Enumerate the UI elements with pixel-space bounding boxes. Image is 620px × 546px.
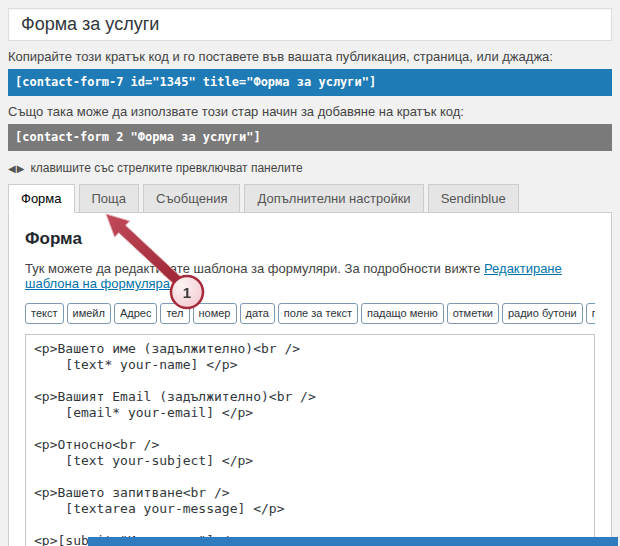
shortcode-text: [contact-form-7 id="1345" title="Форма з… [15, 75, 376, 89]
tag-button-checkboxes[interactable]: отметки [447, 303, 499, 324]
tag-button-email[interactable]: имейл [67, 303, 111, 324]
tab-messages[interactable]: Съобщения [143, 184, 240, 213]
tag-button-acceptance[interactable]: приемане [586, 303, 595, 324]
panel-heading: Форма [25, 229, 595, 249]
tag-button-tel[interactable]: тел [160, 303, 189, 324]
form-template-textarea[interactable]: <p>Вашето име (задължително)<br /> [text… [25, 334, 595, 546]
old-shortcode-box[interactable]: [contact-form 2 "Форма за услуги"] [8, 124, 612, 151]
panel-tabs: Форма Поща Съобщения Допълнителни настро… [8, 184, 612, 213]
tag-button-radio-buttons[interactable]: радио бутони [502, 303, 583, 324]
tag-button-url[interactable]: Адрес [114, 303, 158, 324]
panels-keyboard-hint: ◀▶клавишите със стрелките превключват па… [8, 161, 612, 176]
tag-generator-buttons: текст имейл Адрес тел номер дата поле за… [25, 303, 595, 324]
tab-sendinblue[interactable]: Sendinblue [428, 184, 519, 213]
form-panel: Форма Тук можете да редактирате шаблона … [8, 213, 612, 546]
panels-keyboard-hint-text: клавишите със стрелките превключват пане… [30, 161, 302, 175]
tab-additional-settings[interactable]: Допълнителни настройки [244, 184, 423, 213]
shortcode-copy-hint: Копирайте този кратък код и го поставете… [8, 49, 612, 64]
shortcode-box[interactable]: [contact-form-7 id="1345" title="Форма з… [8, 69, 612, 96]
old-shortcode-text: [contact-form 2 "Форма за услуги"] [15, 130, 261, 144]
tab-mail[interactable]: Поща [79, 184, 140, 213]
tag-button-date[interactable]: дата [240, 303, 275, 324]
old-shortcode-hint: Също така може да използвате този стар н… [8, 104, 612, 119]
tag-button-drop-down-menu[interactable]: падащо меню [361, 303, 444, 324]
left-right-arrow-icons: ◀▶ [8, 163, 25, 174]
tag-button-number[interactable]: номер [193, 303, 237, 324]
tab-form[interactable]: Форма [8, 184, 75, 213]
partial-blue-bar [88, 537, 618, 546]
panel-description: Тук можете да редактирате шаблона за фор… [25, 261, 595, 291]
tag-button-text[interactable]: текст [25, 303, 64, 324]
form-title-input[interactable] [8, 8, 612, 41]
panel-description-text: Тук можете да редактирате шаблона за фор… [25, 261, 480, 276]
cf7-admin-content: Копирайте този кратък код и го поставете… [0, 0, 620, 546]
panel-description-suffix: . [170, 276, 174, 291]
tag-button-text-area[interactable]: поле за текст [278, 303, 358, 324]
